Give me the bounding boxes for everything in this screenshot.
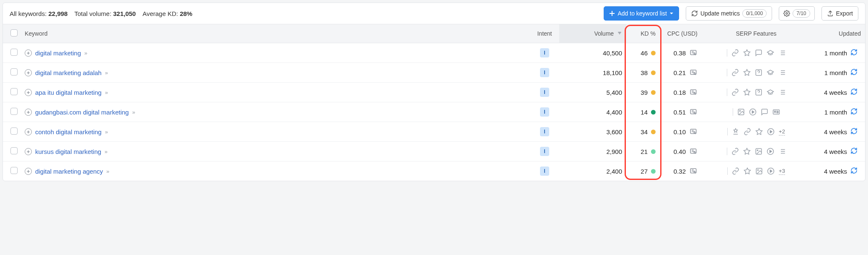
column-keyword[interactable]: Keyword [21,24,530,43]
column-volume[interactable]: Volume [559,24,626,43]
column-serp[interactable]: SERP Features [702,24,811,43]
kd-dot-icon [651,169,656,174]
serp-overview-icon[interactable] [689,167,698,175]
intent-badge[interactable]: I [540,167,549,176]
faq-icon[interactable] [755,88,762,96]
refresh-icon[interactable] [850,128,858,136]
serp-overview-icon[interactable] [689,148,698,155]
expand-icon[interactable]: + [25,69,32,76]
video-icon[interactable] [749,108,757,116]
image-icon[interactable] [755,167,763,175]
image-icon[interactable] [737,108,745,116]
more-features-badge[interactable]: +3 [779,168,785,175]
list-icon[interactable] [778,148,786,155]
knowledge-icon[interactable] [767,49,774,57]
keyword-link[interactable]: apa itu digital marketing [35,89,101,96]
toolbar: All keywords: 22,998 Total volume: 321,0… [3,3,865,24]
link-icon[interactable] [731,148,739,155]
svg-point-10 [694,112,695,114]
table-row: + digital marketing agency » I 2,400 27 … [3,161,865,181]
link-icon[interactable] [731,69,739,76]
serp-overview-icon[interactable] [689,128,698,135]
link-icon[interactable] [731,88,739,96]
expand-icon[interactable]: + [25,148,32,155]
row-checkbox[interactable] [10,108,18,115]
chevrons-icon: » [132,109,134,115]
volume-value: 2,400 [559,161,626,181]
keyword-link[interactable]: kursus digital marketing [35,148,101,155]
star-icon[interactable] [743,148,751,155]
knowledge-icon[interactable] [767,88,774,96]
column-cpc[interactable]: CPC (USD) [660,24,702,43]
knowledge-icon[interactable] [767,69,774,76]
link-icon[interactable] [744,128,751,135]
star-icon[interactable] [743,69,751,76]
video-icon[interactable] [767,148,774,155]
column-intent[interactable]: Intent [530,24,559,43]
volume-value: 3,600 [559,122,626,142]
keyword-link[interactable]: digital marketing adalah [35,69,101,76]
settings-button[interactable]: 7/10 [779,6,814,21]
intent-badge[interactable]: I [540,127,549,136]
keyword-link[interactable]: gudangbasi.com digital marketing [35,109,129,116]
intent-badge[interactable]: I [540,147,549,156]
row-checkbox[interactable] [10,88,18,95]
expand-icon[interactable]: + [25,168,32,175]
review-icon[interactable] [761,108,768,116]
star-icon[interactable] [743,49,751,57]
list-icon[interactable] [778,49,786,57]
refresh-icon[interactable] [850,147,858,156]
serp-overview-icon[interactable] [689,49,698,57]
intent-badge[interactable]: I [540,68,549,77]
refresh-icon[interactable] [850,88,858,96]
intent-badge[interactable]: I [540,107,549,117]
link-icon[interactable] [731,49,739,57]
video-icon[interactable] [767,128,775,135]
expand-icon[interactable]: + [25,49,32,57]
refresh-icon[interactable] [850,68,858,77]
stat-value: 22,998 [49,10,68,17]
keyword-link[interactable]: digital marketing [35,49,81,57]
serp-overview-icon[interactable] [689,69,698,76]
video-icon[interactable] [767,167,775,175]
export-button[interactable]: Export [822,6,858,21]
row-checkbox[interactable] [10,147,18,154]
list-icon[interactable] [778,69,786,76]
expand-icon[interactable]: + [25,128,32,135]
more-features-badge[interactable]: +2 [779,128,785,135]
row-checkbox[interactable] [10,128,18,135]
link-icon[interactable] [732,167,739,175]
star-icon[interactable] [755,128,763,135]
refresh-icon[interactable] [850,108,858,116]
cpc-value: 0.38 [674,49,686,57]
keyword-link[interactable]: digital marketing agency [35,168,103,175]
intent-badge[interactable]: I [540,88,549,97]
column-updated[interactable]: Updated [811,24,865,43]
keyword-link[interactable]: contoh digital marketing [35,128,101,135]
stat-value: 321,050 [113,10,136,17]
expand-icon[interactable]: + [25,89,32,96]
list-icon[interactable] [778,88,786,96]
row-checkbox[interactable] [10,167,18,174]
refresh-icon[interactable] [850,49,858,57]
serp-overview-icon[interactable] [689,108,698,116]
serp-overview-icon[interactable] [689,88,698,96]
select-all-checkbox[interactable] [10,29,18,36]
image-icon[interactable] [755,148,762,155]
snippet-icon[interactable] [732,128,739,135]
star-icon[interactable] [743,88,751,96]
row-checkbox[interactable] [10,68,18,75]
expand-icon[interactable]: + [25,109,32,116]
refresh-icon[interactable] [850,167,858,175]
ads-icon[interactable] [772,108,780,116]
svg-point-0 [786,13,788,14]
review-icon[interactable] [755,49,762,57]
stat-value: 28% [180,10,192,17]
star-icon[interactable] [744,167,751,175]
update-metrics-button[interactable]: Update metrics 0/1,000 [686,6,772,21]
column-kd[interactable]: KD % [626,24,660,43]
intent-badge[interactable]: I [540,48,549,57]
add-to-list-button[interactable]: Add to keyword list [604,6,679,21]
faq-icon[interactable] [755,69,762,76]
row-checkbox[interactable] [10,49,18,56]
